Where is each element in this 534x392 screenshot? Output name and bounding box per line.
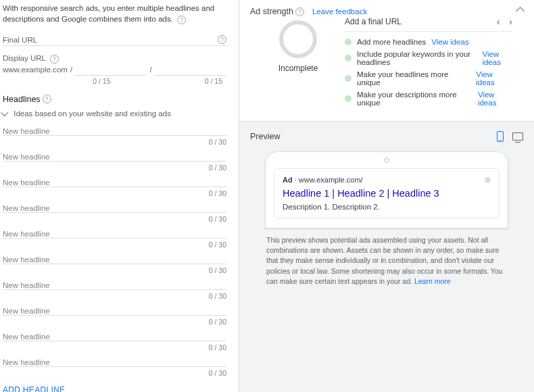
headline-placeholder: New headline	[3, 230, 226, 238]
display-url-text: Display URL	[3, 54, 45, 62]
learn-more-link[interactable]: Learn more	[414, 277, 451, 285]
headline-counter: 0 / 30	[3, 187, 226, 199]
disclaimer-text: This preview shows potential ads assembl…	[266, 236, 503, 285]
status-dot-icon	[345, 39, 351, 45]
suggestion-text: Include popular keywords in your headlin…	[357, 50, 477, 66]
display-url-base: www.example.com	[3, 66, 68, 74]
headline-counter: 0 / 30	[3, 341, 226, 353]
preview-disclaimer: This preview shows potential ads assembl…	[249, 235, 525, 287]
headline-placeholder: New headline	[3, 307, 226, 315]
ad-strength-panel: Ad strength ? Leave feedback Incomplete …	[239, 0, 534, 392]
status-dot-icon	[345, 95, 351, 102]
preview-area: Preview Ad · www.example.com/	[239, 122, 534, 392]
path2-input[interactable]	[155, 64, 226, 76]
help-icon[interactable]: ?	[295, 7, 304, 16]
final-url-field[interactable]: Final URL ?	[3, 31, 226, 46]
headline-input-row[interactable]: New headline	[3, 353, 226, 367]
headline-placeholder: New headline	[3, 281, 226, 289]
headline-counter: 0 / 30	[3, 367, 226, 378]
ad-strength-body: Incomplete Add a final URL ‹ › Add more …	[250, 16, 523, 112]
view-ideas-link[interactable]: View ideas	[482, 50, 512, 66]
sugg-header: Add a final URL ‹ ›	[345, 16, 512, 32]
headline-counter: 0 / 30	[3, 239, 226, 250]
headline-counter: 0 / 30	[3, 290, 226, 301]
headline-input-row[interactable]: New headline	[3, 173, 226, 187]
suggestion-item: Add more headlinesView ideas	[345, 36, 512, 48]
ideas-toggle[interactable]: Ideas based on your website and existing…	[3, 109, 226, 118]
headline-placeholder: New headline	[3, 333, 226, 341]
headline-input-row[interactable]: New headline	[3, 147, 226, 162]
display-url-label: Display URL ?	[3, 54, 226, 63]
kebab-icon[interactable]	[485, 177, 491, 183]
leave-feedback-link[interactable]: Leave feedback	[312, 7, 367, 16]
preview-header: Preview	[249, 131, 525, 142]
view-ideas-link[interactable]: View ideas	[431, 38, 468, 46]
headlines-list: New headline0 / 30New headline0 / 30New …	[3, 122, 226, 378]
headline-placeholder: New headline	[3, 153, 226, 161]
help-icon[interactable]: ?	[43, 95, 51, 103]
help-icon[interactable]: ?	[50, 55, 59, 64]
headline-counter: 0 / 30	[3, 264, 226, 276]
ad-headline: Headline 1 | Headline 2 | Headline 3	[283, 188, 491, 199]
intro-text: With responsive search ads, you enter mu…	[3, 3, 226, 24]
headline-placeholder: New headline	[3, 127, 226, 135]
desktop-icon[interactable]	[512, 132, 523, 141]
headlines-title-text: Headlines	[3, 95, 41, 104]
preview-ad-card: Ad · www.example.com/ Headline 1 | Headl…	[274, 168, 500, 218]
sugg-header-title: Add a final URL	[345, 17, 402, 26]
mobile-icon[interactable]	[497, 131, 504, 142]
ad-badge: Ad	[283, 176, 293, 184]
headline-input-row[interactable]: New headline	[3, 301, 226, 316]
status-dot-icon	[345, 55, 351, 62]
ad-form-panel: With responsive search ads, you enter mu…	[0, 0, 239, 392]
headline-input-row[interactable]: New headline	[3, 199, 226, 213]
path1-input[interactable]	[75, 64, 147, 76]
ad-strength-header: Ad strength ? Leave feedback Incomplete …	[239, 0, 534, 122]
headline-counter: 0 / 30	[3, 213, 226, 224]
suggestions-column: Add a final URL ‹ › Add more headlinesVi…	[345, 16, 512, 109]
gauge-column: Incomplete	[268, 16, 329, 109]
headline-counter: 0 / 30	[3, 136, 226, 147]
path-sep: /	[70, 66, 72, 74]
sugg-nav: ‹ ›	[490, 16, 512, 27]
prev-arrow-icon[interactable]: ‹	[497, 16, 500, 27]
suggestion-text: Make your headlines more unique	[357, 70, 470, 87]
headline-input-row[interactable]: New headline	[3, 224, 226, 239]
preview-mock-wrap: Ad · www.example.com/ Headline 1 | Headl…	[249, 151, 525, 228]
status-dot-icon	[345, 75, 351, 82]
help-icon[interactable]: ?	[218, 35, 226, 44]
chevron-down-icon	[1, 109, 8, 116]
view-ideas-link[interactable]: View ideas	[476, 70, 512, 87]
add-headline-button[interactable]: ADD HEADLINE	[3, 385, 226, 392]
ad-strength-top: Ad strength ? Leave feedback Incomplete …	[250, 7, 523, 112]
suggestion-text: Make your descriptions more unique	[357, 91, 472, 107]
headline-counter: 0 / 30	[3, 316, 226, 327]
display-url-inputs: www.example.com / /	[3, 64, 226, 76]
preview-device: Ad · www.example.com/ Headline 1 | Headl…	[265, 151, 508, 228]
suggestion-item: Include popular keywords in your headlin…	[345, 48, 512, 68]
headline-counter: 0 / 30	[3, 162, 226, 173]
ideas-toggle-label: Ideas based on your website and existing…	[14, 109, 171, 118]
ad-url: www.example.com/	[299, 176, 363, 184]
path1-counter: 0 / 15	[3, 77, 115, 85]
gauge-label: Incomplete	[268, 64, 329, 73]
headline-input-row[interactable]: New headline	[3, 276, 226, 290]
headline-input-row[interactable]: New headline	[3, 122, 226, 136]
strength-gauge-icon	[279, 20, 317, 58]
help-icon[interactable]: ?	[177, 16, 186, 24]
headline-input-row[interactable]: New headline	[3, 327, 226, 341]
device-camera-icon	[384, 157, 389, 163]
path-counters: 0 / 15 0 / 15	[3, 77, 226, 85]
headlines-title: Headlines ?	[3, 95, 226, 104]
display-url-block: Display URL ? www.example.com / / 0 / 15…	[3, 46, 226, 84]
suggestion-text: Add more headlines	[357, 38, 426, 46]
headline-placeholder: New headline	[3, 358, 226, 366]
headline-placeholder: New headline	[3, 255, 226, 264]
suggestion-item: Make your descriptions more uniqueView i…	[345, 89, 512, 109]
ad-meta: Ad · www.example.com/	[283, 176, 491, 184]
next-arrow-icon[interactable]: ›	[509, 16, 512, 27]
suggestion-item: Make your headlines more uniqueView idea…	[345, 68, 512, 89]
device-toggle	[497, 131, 523, 142]
headline-input-row[interactable]: New headline	[3, 250, 226, 264]
view-ideas-link[interactable]: View ideas	[478, 91, 512, 107]
